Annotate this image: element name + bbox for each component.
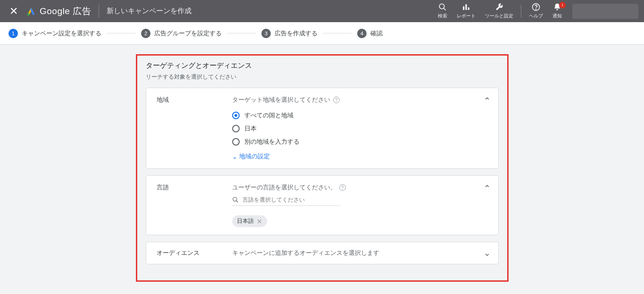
svg-rect-4: [466, 4, 467, 10]
svg-rect-3: [463, 7, 464, 10]
region-card: 地域 ターゲット地域を選択してください ? すべての国と地域 日本: [146, 88, 499, 169]
account-menu[interactable]: [572, 4, 638, 19]
region-label: 地域: [157, 96, 232, 161]
svg-point-0: [27, 13, 30, 16]
help-icon: [532, 3, 540, 11]
wrench-icon: [495, 3, 503, 11]
language-search[interactable]: [232, 196, 341, 206]
targeting-subtitle: リーチする対象を選択してください: [146, 73, 499, 81]
main: ターゲティングとオーディエンス リーチする対象を選択してください 地域 ターゲッ…: [0, 45, 644, 294]
chevron-down-icon: ⌄: [232, 153, 237, 160]
collapse-icon[interactable]: ⌃: [484, 96, 491, 106]
region-settings-link[interactable]: ⌄ 地域の設定: [232, 152, 488, 161]
brand-text: Google 広告: [40, 5, 91, 17]
svg-point-7: [535, 9, 536, 9]
audience-card[interactable]: オーディエンス キャンペーンに追加するオーディエンスを選択します ⌄: [146, 242, 499, 264]
audience-desc: キャンペーンに追加するオーディエンスを選択します: [232, 249, 488, 257]
step-3[interactable]: 3 広告を作成する: [261, 29, 318, 38]
report-icon: [462, 3, 470, 11]
svg-rect-5: [468, 8, 469, 10]
language-hint: ユーザーの言語を選択してください。: [232, 183, 336, 192]
language-input[interactable]: [243, 196, 341, 203]
top-bar: ✕ Google 広告 新しいキャンペーンを作成 検索 レポート ツールと設定 …: [0, 0, 644, 22]
radio-icon: [232, 138, 240, 146]
language-chip-japanese: 日本語 ✕: [232, 215, 267, 227]
divider: [99, 5, 99, 18]
targeting-highlight: ターゲティングとオーディエンス リーチする対象を選択してください 地域 ターゲッ…: [136, 54, 509, 282]
language-label: 言語: [157, 183, 232, 227]
svg-point-8: [233, 197, 236, 201]
nav-search[interactable]: 検索: [433, 3, 452, 19]
chip-remove-icon[interactable]: ✕: [257, 218, 262, 225]
step-1[interactable]: 1 キャンペーン設定を選択する: [8, 29, 101, 38]
language-card: 言語 ユーザーの言語を選択してください。 ? 日本語 ✕ ⌃: [146, 175, 499, 235]
svg-line-9: [236, 201, 238, 203]
help-icon[interactable]: ?: [339, 184, 346, 191]
radio-japan[interactable]: 日本: [232, 122, 488, 135]
audience-label: オーディエンス: [157, 249, 232, 257]
step-4[interactable]: 4 確認: [357, 29, 383, 38]
help-icon[interactable]: ?: [333, 97, 340, 103]
radio-other-region[interactable]: 別の地域を入力する: [232, 135, 488, 148]
search-icon: [438, 3, 447, 11]
radio-icon: [232, 112, 240, 119]
svg-line-2: [443, 8, 446, 10]
nav-notify[interactable]: ! 通知: [548, 3, 567, 19]
divider: [521, 5, 521, 18]
svg-point-1: [439, 4, 444, 9]
collapse-icon[interactable]: ⌃: [484, 183, 491, 194]
targeting-title: ターゲティングとオーディエンス: [146, 61, 499, 70]
nav-report[interactable]: レポート: [452, 3, 480, 19]
notify-badge: !: [559, 2, 566, 8]
radio-all-countries[interactable]: すべての国と地域: [232, 109, 488, 122]
expand-icon[interactable]: ⌄: [484, 248, 491, 258]
search-icon: [232, 196, 239, 203]
close-icon[interactable]: ✕: [6, 3, 22, 19]
step-2[interactable]: 2 広告グループを設定する: [141, 29, 222, 38]
google-ads-logo-icon: [26, 7, 36, 16]
nav-help[interactable]: ヘルプ: [524, 3, 548, 19]
region-hint: ターゲット地域を選択してください: [232, 96, 330, 104]
radio-icon: [232, 125, 240, 132]
nav-tools[interactable]: ツールと設定: [480, 3, 518, 19]
stepper: 1 キャンペーン設定を選択する 2 広告グループを設定する 3 広告を作成する …: [0, 22, 644, 45]
page-title: 新しいキャンペーンを作成: [107, 7, 192, 16]
